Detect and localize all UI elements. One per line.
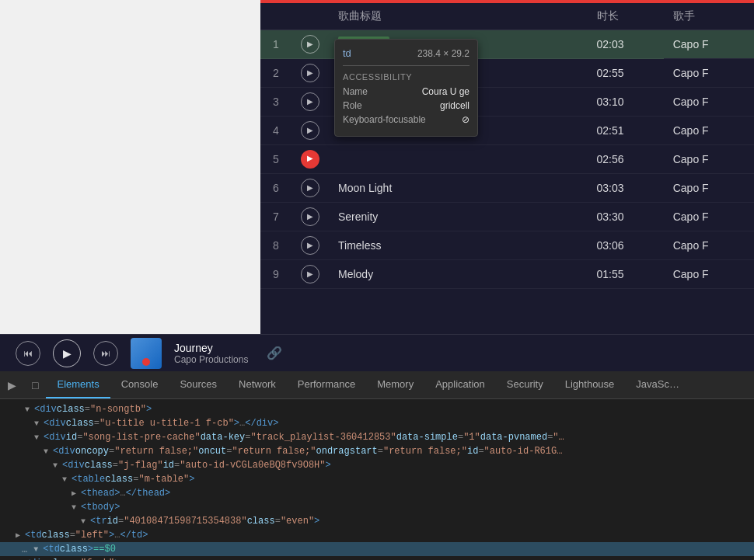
duration-cell: 03:03: [588, 174, 664, 203]
player-song-name: Journey: [174, 342, 248, 354]
prev-button[interactable]: ⏮: [16, 341, 40, 366]
play-icon[interactable]: ▶: [301, 35, 319, 54]
artist-cell: Capo F: [664, 117, 754, 145]
artist-cell: Capo F: [664, 59, 754, 88]
player-bar: ⏮ ▶ ⏭ Journey Capo Productions 🔗: [0, 334, 754, 371]
tab-performance[interactable]: Performance: [287, 371, 366, 398]
tab-elements[interactable]: Elements: [46, 371, 110, 398]
artist-cell: Capo F: [664, 231, 754, 260]
album-art: [131, 338, 162, 369]
duration-cell: 03:30: [588, 203, 664, 231]
row-num: 4: [260, 117, 291, 145]
row-num: 7: [260, 203, 291, 231]
accessibility-tooltip: td 238.4 × 29.2 ACCESSIBILITY Name Coura…: [334, 39, 478, 137]
play-icon[interactable]: ▶: [301, 92, 319, 111]
duration-cell: 03:06: [588, 231, 664, 260]
play-icon[interactable]: ▶: [301, 236, 319, 255]
play-icon[interactable]: ▶: [301, 179, 319, 197]
song-info: Journey Capo Productions: [174, 342, 248, 365]
play-icon[interactable]: ▶: [301, 265, 319, 283]
artist-cell: Capo F: [664, 203, 754, 231]
code-line-selected[interactable]: … <td class> == $0: [0, 542, 754, 556]
duration-cell: 01:55: [588, 260, 664, 289]
next-button[interactable]: ⏭: [93, 341, 118, 366]
row-num: 1: [260, 30, 291, 59]
col-num: [260, 3, 291, 30]
tab-console[interactable]: Console: [110, 371, 169, 398]
triangle-icon: [81, 517, 89, 526]
col-title: 歌曲标题: [329, 3, 588, 30]
duration-cell: 02:03: [588, 30, 664, 59]
triangle-icon: [25, 405, 33, 414]
triangle-icon: [33, 545, 41, 554]
code-line: <div class="n-songtb" >: [9, 402, 754, 416]
music-panel: 歌曲标题 时长 歌手 1 ▶ Courage 02:03 Capo F 2 ▶ …: [260, 0, 754, 334]
col-duration: 时长: [588, 3, 664, 30]
devtools-tabs: ▶ □ Elements Console Sources Network Per…: [0, 371, 754, 399]
cursor-icon: ▶: [8, 379, 16, 391]
artist-cell: Capo F: [664, 260, 754, 289]
play-button-cell[interactable]: ▶: [291, 174, 329, 203]
tooltip-tag: td: [343, 47, 351, 59]
album-art-overlay: [142, 358, 150, 366]
playing-icon[interactable]: ▶: [301, 150, 319, 169]
tooltip-size: 238.4 × 29.2: [417, 48, 470, 59]
link-icon[interactable]: 🔗: [267, 346, 282, 360]
code-line: <div class="u-title u-title-1 f-cb" >…</…: [19, 416, 754, 430]
tab-sources[interactable]: Sources: [169, 371, 228, 398]
play-icon[interactable]: ▶: [301, 121, 319, 140]
code-line: <div id="song-list-pre-cache" data-key="…: [19, 430, 754, 444]
duration-cell: 02:55: [588, 59, 664, 88]
code-line: <div class="j-flag" id="auto-id-vCGLa0eB…: [37, 458, 754, 472]
code-line: <thead>…</thead>: [56, 486, 754, 500]
main-area: 歌曲标题 时长 歌手 1 ▶ Courage 02:03 Capo F 2 ▶ …: [0, 0, 754, 334]
tab-network[interactable]: Network: [228, 371, 287, 398]
tab-memory[interactable]: Memory: [366, 371, 424, 398]
triangle-icon: [34, 433, 42, 442]
row-num: 2: [260, 59, 291, 88]
dock-icon: □: [32, 379, 38, 391]
tooltip-section-title: ACCESSIBILITY: [343, 72, 470, 82]
code-line: <div class="f-cb" >: [0, 556, 754, 560]
row-num: 8: [260, 231, 291, 260]
player-song-artist: Capo Productions: [174, 354, 248, 365]
triangle-icon: [53, 461, 61, 470]
tab-application[interactable]: Application: [424, 371, 496, 398]
devtools-panel: ▶ □ Elements Console Sources Network Per…: [0, 371, 754, 560]
tooltip-row-name: Name Coura U ge: [343, 86, 470, 97]
tooltip-divider: [343, 65, 470, 66]
duration-cell: 02:51: [588, 117, 664, 145]
play-button-cell[interactable]: ▶: [291, 88, 329, 117]
play-icon[interactable]: ▶: [301, 207, 319, 226]
song-title-cell: Timeless: [329, 231, 588, 260]
devtools-cursor-icon[interactable]: ▶: [0, 371, 24, 398]
row-num: 3: [260, 88, 291, 117]
col-num2: [291, 3, 329, 30]
code-line: <tbody>: [56, 500, 754, 514]
play-button-cell[interactable]: ▶: [291, 117, 329, 145]
play-icon[interactable]: ▶: [301, 64, 319, 82]
player-controls: ⏮ ▶ ⏭: [16, 339, 118, 367]
play-button-cell[interactable]: ▶: [291, 145, 329, 174]
devtools-code-panel: <div class="n-songtb" > <div class="u-ti…: [0, 399, 754, 560]
play-button-cell[interactable]: ▶: [291, 203, 329, 231]
row-num: 9: [260, 260, 291, 289]
tab-lighthouse[interactable]: Lighthouse: [554, 371, 626, 398]
tab-javascript[interactable]: JavaSc…: [625, 371, 690, 398]
code-line: <td class="left" >…</td>: [0, 528, 754, 542]
triangle-icon: [34, 419, 42, 428]
code-line: <table class="m-table" >: [47, 472, 754, 486]
tab-security[interactable]: Security: [496, 371, 554, 398]
tooltip-row-keyboard: Keyboard-focusable ⊘: [343, 114, 470, 125]
devtools-dock-icon[interactable]: □: [24, 371, 46, 398]
play-button[interactable]: ▶: [53, 339, 81, 367]
artist-cell: Capo F: [664, 145, 754, 174]
play-button-cell[interactable]: ▶: [291, 30, 329, 59]
play-button-cell[interactable]: ▶: [291, 260, 329, 289]
play-button-cell[interactable]: ▶: [291, 59, 329, 88]
play-button-cell[interactable]: ▶: [291, 231, 329, 260]
song-title-cell: Melody: [329, 260, 588, 289]
song-title-cell: Moon Light: [329, 174, 588, 203]
duration-cell: 02:56: [588, 145, 664, 174]
triangle-icon: [62, 475, 70, 484]
